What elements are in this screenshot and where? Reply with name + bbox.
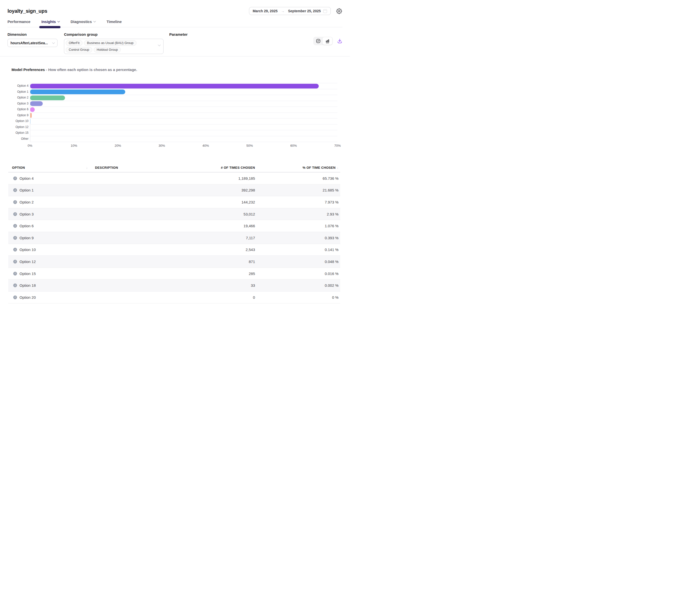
table-row[interactable]: Option 97,1170.393 % xyxy=(8,232,340,244)
gear-icon xyxy=(336,8,342,14)
bar-chart-toggle-button[interactable] xyxy=(322,37,332,45)
chart-bar-track xyxy=(30,95,337,101)
option-name: Option 10 xyxy=(19,248,36,252)
chart-subtitle: - How often each option is chosen as a p… xyxy=(45,68,137,72)
option-name: Option 1 xyxy=(19,188,34,192)
table-row[interactable]: Option 152850.016 % xyxy=(8,268,340,280)
sort-descending-icon xyxy=(86,166,88,169)
info-icon[interactable] xyxy=(13,224,17,228)
option-cell: Option 18 xyxy=(8,283,91,288)
chart-x-axis-ticks: 0%10%20%30%40%50%60%70% xyxy=(30,144,337,148)
chart-bar-label: Option 4 xyxy=(8,83,28,89)
table-row[interactable]: Option 102,5430.141 % xyxy=(8,244,340,256)
download-button[interactable] xyxy=(337,38,342,44)
sort-descending-icon xyxy=(337,166,338,169)
column-header-option[interactable]: OPTION xyxy=(8,166,91,169)
info-icon[interactable] xyxy=(13,236,17,240)
pct-chosen-cell: 7.973 % xyxy=(257,200,340,204)
tab-insights[interactable]: Insights xyxy=(42,18,60,27)
option-name: Option 20 xyxy=(19,295,36,300)
chart-bar-label: Option 9 xyxy=(8,112,28,119)
option-name: Option 2 xyxy=(19,200,34,204)
tab-label: Diagnostics xyxy=(70,19,92,24)
option-cell: Option 3 xyxy=(8,212,91,216)
column-header-label: OPTION xyxy=(12,166,25,169)
chart-bar xyxy=(30,125,30,129)
info-icon[interactable] xyxy=(13,200,17,204)
option-cell: Option 6 xyxy=(8,224,91,228)
date-range-picker[interactable]: March 29, 2025 → September 25, 2025 xyxy=(249,7,331,15)
column-header-description[interactable]: DESCRIPTION xyxy=(91,166,182,169)
option-name: Option 3 xyxy=(19,212,34,216)
pct-chosen-cell: 0 % xyxy=(257,295,340,300)
column-header-label: # OF TIMES CHOSEN xyxy=(221,166,255,169)
settings-button[interactable] xyxy=(336,8,342,14)
times-chosen-cell: 2,543 xyxy=(182,248,257,252)
chevron-down-icon xyxy=(158,43,160,46)
info-icon[interactable] xyxy=(13,295,17,299)
model-preferences-chart: Option 4Option 1Option 2Option 3Option 6… xyxy=(8,83,337,142)
dimension-value: hoursAfterLatestSea... xyxy=(11,41,48,45)
info-icon[interactable] xyxy=(13,272,17,276)
chart-bar xyxy=(30,101,43,106)
comparison-group-select[interactable]: OfferFitBusiness as Usual (BAU) GroupCon… xyxy=(64,39,164,54)
chevron-down-icon xyxy=(57,20,60,23)
chart-plot-area xyxy=(30,83,337,142)
table-row[interactable]: Option 619,4661.076 % xyxy=(8,220,340,232)
date-range-start: March 29, 2025 xyxy=(253,9,278,13)
chart-bar-track xyxy=(30,119,337,125)
table-row[interactable]: Option 2144,2327.973 % xyxy=(8,196,340,208)
info-icon[interactable] xyxy=(13,212,17,216)
chart-bar-label: Option 3 xyxy=(8,101,28,107)
chevron-down-icon xyxy=(94,20,96,23)
comparison-chip[interactable]: Business as Usual (BAU) Group xyxy=(84,40,137,46)
dimension-select[interactable]: hoursAfterLatestSea... xyxy=(8,39,57,47)
times-chosen-cell: 19,466 xyxy=(182,224,257,228)
table-row[interactable]: Option 18330.002 % xyxy=(8,279,340,292)
line-chart-icon xyxy=(316,39,321,43)
chart-bar-track xyxy=(30,130,337,136)
info-icon[interactable] xyxy=(13,283,17,287)
option-cell: Option 4 xyxy=(8,176,91,181)
chart-bar-track xyxy=(30,113,337,119)
info-icon[interactable] xyxy=(13,248,17,251)
table-row[interactable]: Option 128710.048 % xyxy=(8,256,340,268)
chart-bar-track xyxy=(30,89,337,95)
info-icon[interactable] xyxy=(13,177,17,180)
arrow-right-icon: → xyxy=(281,9,284,13)
times-chosen-cell: 871 xyxy=(182,260,257,264)
times-chosen-cell: 0 xyxy=(182,295,257,300)
comparison-group-label: Comparison group xyxy=(64,32,164,37)
chart-bar-label: Option 2 xyxy=(8,95,28,101)
option-name: Option 12 xyxy=(19,260,36,264)
chart-y-axis-labels: Option 4Option 1Option 2Option 3Option 6… xyxy=(8,83,28,142)
chart-x-tick: 20% xyxy=(114,144,121,148)
chart-bar xyxy=(30,119,30,124)
tab-diagnostics[interactable]: Diagnostics xyxy=(70,18,96,27)
tab-timeline[interactable]: Timeline xyxy=(107,18,122,27)
chart-bar xyxy=(30,107,35,112)
option-cell: Option 2 xyxy=(8,200,91,204)
info-icon[interactable] xyxy=(13,188,17,192)
chart-bar xyxy=(30,113,32,118)
times-chosen-cell: 1,189,185 xyxy=(182,176,257,181)
chart-bar-track xyxy=(30,83,337,89)
comparison-chip[interactable]: OfferFit xyxy=(66,40,83,46)
chart-bar-label: Option 12 xyxy=(8,124,28,130)
chart-x-tick: 60% xyxy=(290,144,297,148)
column-header-times-chosen[interactable]: # OF TIMES CHOSEN xyxy=(182,166,257,169)
line-chart-toggle-button[interactable] xyxy=(314,37,322,45)
calendar-icon xyxy=(323,9,327,13)
comparison-chip[interactable]: Holdout Group xyxy=(94,47,121,53)
table-row[interactable]: Option 41,189,18565.736 % xyxy=(8,172,340,184)
table-row[interactable]: Option 1392,29821.685 % xyxy=(8,184,340,196)
table-row[interactable]: Option 353,0122.93 % xyxy=(8,208,340,220)
tab-label: Insights xyxy=(42,19,56,24)
comparison-chip[interactable]: Control Group xyxy=(66,47,92,53)
column-header-pct-chosen[interactable]: % OF TIME CHOSEN xyxy=(257,166,340,169)
chart-x-tick: 30% xyxy=(158,144,165,148)
info-icon[interactable] xyxy=(13,260,17,264)
tab-performance[interactable]: Performance xyxy=(8,18,30,27)
table-row[interactable]: Option 2000 % xyxy=(8,292,340,304)
pct-chosen-cell: 0.393 % xyxy=(257,236,340,240)
